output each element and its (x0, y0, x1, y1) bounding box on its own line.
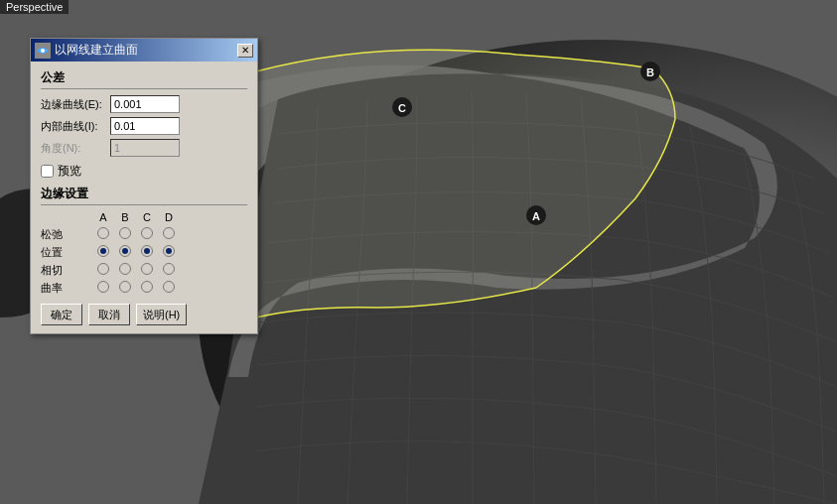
loose-radio-d[interactable] (163, 227, 175, 239)
angle-input (110, 139, 180, 157)
dialog-window: 以网线建立曲面 ✕ 公差 边缘曲线(E): 内部曲线(I): 角度(N): (30, 38, 258, 334)
cancel-button[interactable]: 取消 (88, 304, 130, 325)
svg-text:C: C (398, 102, 406, 114)
help-button[interactable]: 说明(H) (136, 304, 187, 325)
curvature-radio-b[interactable] (119, 281, 131, 293)
preview-label[interactable]: 预览 (58, 163, 81, 180)
svg-point-1 (526, 205, 546, 225)
position-label: 位置 (41, 245, 92, 260)
edge-curve-row: 边缘曲线(E): (41, 95, 247, 113)
edge-row-loose: 松弛 (41, 227, 247, 242)
tangent-radio-d[interactable] (163, 263, 175, 275)
edge-settings-title: 边缘设置 (41, 186, 247, 205)
col-header-c: C (136, 211, 158, 223)
edge-col-headers: A B C D (92, 211, 247, 223)
position-radio-d[interactable] (163, 245, 175, 257)
inner-curve-input[interactable] (110, 117, 180, 135)
position-radio-c[interactable] (141, 245, 153, 257)
dialog-body: 公差 边缘曲线(E): 内部曲线(I): 角度(N): 预览 边缘设置 (31, 62, 257, 333)
loose-label: 松弛 (41, 227, 92, 242)
edge-row-position: 位置 (41, 245, 247, 260)
tangent-radio-c[interactable] (141, 263, 153, 275)
position-radio-a[interactable] (97, 245, 109, 257)
curvature-radio-c[interactable] (141, 281, 153, 293)
inner-curve-row: 内部曲线(I): (41, 117, 247, 135)
viewport: A B C D Perspective 以网线建立曲面 ✕ 公差 (0, 0, 837, 504)
curvature-radio-a[interactable] (97, 281, 109, 293)
dialog-buttons: 确定 取消 说明(H) (41, 304, 247, 325)
loose-radio-a[interactable] (97, 227, 109, 239)
svg-point-3 (640, 62, 660, 81)
svg-point-0 (199, 40, 837, 504)
curvature-radio-d[interactable] (163, 281, 175, 293)
perspective-label: Perspective (0, 0, 69, 14)
svg-text:A: A (532, 210, 540, 222)
tangent-radio-b[interactable] (119, 263, 131, 275)
edge-row-tangent: 相切 (41, 263, 247, 278)
dialog-icon (35, 43, 51, 59)
ok-button[interactable]: 确定 (41, 304, 82, 325)
preview-row: 预览 (41, 163, 247, 180)
tangent-radio-a[interactable] (97, 263, 109, 275)
curvature-label: 曲率 (41, 281, 92, 296)
svg-text:B: B (646, 66, 654, 78)
svg-point-5 (392, 97, 412, 117)
dialog-title: 以网线建立曲面 (55, 42, 237, 59)
edge-curve-input[interactable] (110, 95, 180, 113)
position-radio-b[interactable] (119, 245, 131, 257)
loose-radio-b[interactable] (119, 227, 131, 239)
inner-curve-label: 内部曲线(I): (41, 119, 110, 134)
edge-row-curvature: 曲率 (41, 281, 247, 296)
preview-checkbox[interactable] (41, 165, 54, 178)
angle-label: 角度(N): (41, 141, 110, 156)
edge-curve-label: 边缘曲线(E): (41, 97, 110, 112)
col-header-a: A (92, 211, 114, 223)
angle-row: 角度(N): (41, 139, 247, 157)
dialog-titlebar[interactable]: 以网线建立曲面 ✕ (31, 39, 257, 62)
tolerance-section-title: 公差 (41, 69, 247, 89)
col-header-d: D (158, 211, 180, 223)
dialog-close-button[interactable]: ✕ (237, 44, 253, 58)
svg-point-10 (41, 49, 45, 53)
edge-settings-section: 边缘设置 A B C D 松弛 位置 (41, 186, 247, 296)
loose-radio-c[interactable] (141, 227, 153, 239)
col-header-b: B (114, 211, 136, 223)
tangent-label: 相切 (41, 263, 92, 278)
